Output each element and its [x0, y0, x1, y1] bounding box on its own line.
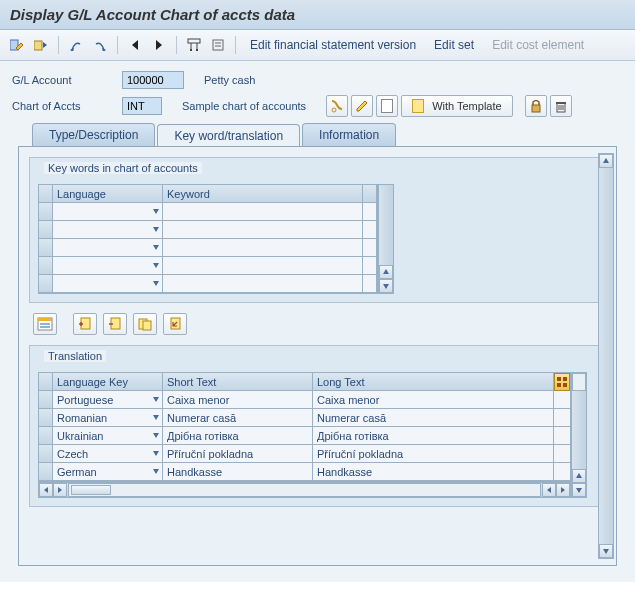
chevron-down-icon[interactable] [152, 243, 160, 251]
tool-icon-2[interactable] [207, 34, 229, 56]
tab-keyword-translation[interactable]: Key word/translation [157, 124, 300, 147]
table-row[interactable] [39, 275, 377, 293]
translation-group: Translation Language Key Short Text Long… [29, 345, 606, 507]
gl-account-label: G/L Account [12, 74, 122, 86]
keywords-scroll[interactable] [378, 184, 394, 294]
scroll-thumb[interactable] [71, 485, 111, 495]
svg-rect-7 [213, 40, 223, 50]
col-short-text[interactable]: Short Text [163, 373, 313, 391]
scroll-left-icon[interactable] [542, 483, 556, 497]
chevron-down-icon[interactable] [152, 395, 160, 403]
translation-vscroll[interactable] [571, 372, 587, 498]
chevron-down-icon[interactable] [152, 207, 160, 215]
svg-rect-24 [143, 321, 151, 330]
cell-long-text[interactable]: Дрібна готівка [313, 427, 554, 445]
gl-account-desc: Petty cash [204, 74, 255, 86]
edit-button[interactable] [351, 95, 373, 117]
scroll-down-icon[interactable] [572, 483, 586, 497]
prev-page-icon[interactable] [65, 34, 87, 56]
chevron-down-icon[interactable] [152, 261, 160, 269]
with-template-button[interactable]: With Template [401, 95, 513, 117]
cell-language[interactable]: Czech [53, 445, 163, 463]
svg-rect-5 [190, 49, 192, 51]
cell-language[interactable]: Ukrainian [53, 427, 163, 445]
create-button[interactable] [376, 95, 398, 117]
cell-long-text[interactable]: Numerar casă [313, 409, 554, 427]
config-columns-icon[interactable] [554, 373, 570, 391]
display-change-icon[interactable] [6, 34, 28, 56]
copy-icon-1[interactable] [73, 313, 97, 335]
tab-information[interactable]: Information [302, 123, 396, 146]
svg-rect-27 [563, 377, 567, 381]
chevron-down-icon[interactable] [152, 467, 160, 475]
cell-short-text[interactable]: Příruční pokladna [163, 445, 313, 463]
coa-label: Chart of Accts [12, 100, 122, 112]
gl-account-input[interactable] [122, 71, 184, 89]
entry-list-icon[interactable] [33, 313, 57, 335]
check-button[interactable] [326, 95, 348, 117]
next-page-icon[interactable] [89, 34, 111, 56]
keywords-group-title: Key words in chart of accounts [44, 162, 202, 174]
col-language[interactable]: Language [53, 185, 163, 203]
table-row[interactable]: GermanHandkasseHandkasse [39, 463, 570, 481]
lock-button[interactable] [525, 95, 547, 117]
edit-cost-link: Edit cost element [484, 36, 592, 54]
scroll-down-icon[interactable] [379, 279, 393, 293]
table-row[interactable] [39, 239, 377, 257]
cell-short-text[interactable]: Дрібна готівка [163, 427, 313, 445]
other-object-icon[interactable] [30, 34, 52, 56]
edit-fsv-link[interactable]: Edit financial statement version [242, 36, 424, 54]
main-toolbar: Edit financial statement version Edit se… [0, 30, 635, 61]
coa-desc: Sample chart of accounts [182, 100, 306, 112]
table-row[interactable]: CzechPříruční pokladnaPříruční pokladna [39, 445, 570, 463]
cell-language[interactable]: Romanian [53, 409, 163, 427]
col-language-key[interactable]: Language Key [53, 373, 163, 391]
chevron-down-icon[interactable] [152, 279, 160, 287]
arrow-right-icon[interactable] [148, 34, 170, 56]
coa-input[interactable] [122, 97, 162, 115]
outer-scroll[interactable] [598, 153, 614, 559]
col-long-text[interactable]: Long Text [313, 373, 554, 391]
chevron-down-icon[interactable] [152, 413, 160, 421]
cell-long-text[interactable]: Caixa menor [313, 391, 554, 409]
cell-short-text[interactable]: Handkasse [163, 463, 313, 481]
cell-long-text[interactable]: Handkasse [313, 463, 554, 481]
delete-button[interactable] [550, 95, 572, 117]
scroll-up-icon[interactable] [379, 265, 393, 279]
table-row[interactable]: RomanianNumerar casăNumerar casă [39, 409, 570, 427]
table-row[interactable]: UkrainianДрібна готівкаДрібна готівка [39, 427, 570, 445]
scroll-top-spacer [572, 373, 586, 391]
edit-set-link[interactable]: Edit set [426, 36, 482, 54]
scroll-up-icon[interactable] [599, 154, 613, 168]
cell-language[interactable]: German [53, 463, 163, 481]
tool-icon-1[interactable] [183, 34, 205, 56]
scroll-track[interactable] [68, 483, 541, 497]
arrow-left-icon[interactable] [124, 34, 146, 56]
scroll-right-icon[interactable] [53, 483, 67, 497]
table-row[interactable]: PortugueseCaixa menorCaixa menor [39, 391, 570, 409]
translation-hscroll[interactable] [38, 482, 571, 498]
svg-rect-11 [532, 105, 540, 112]
cell-long-text[interactable]: Příruční pokladna [313, 445, 554, 463]
cell-short-text[interactable]: Numerar casă [163, 409, 313, 427]
copy-icon-2[interactable] [103, 313, 127, 335]
scroll-up-icon[interactable] [572, 469, 586, 483]
keywords-table: Language Keyword [38, 184, 378, 294]
scroll-left-icon[interactable] [39, 483, 53, 497]
cell-language[interactable]: Portuguese [53, 391, 163, 409]
scroll-down-icon[interactable] [599, 544, 613, 558]
table-row[interactable] [39, 221, 377, 239]
copy-icon-3[interactable] [133, 313, 157, 335]
chevron-down-icon[interactable] [152, 225, 160, 233]
tab-body: Key words in chart of accounts Language … [18, 146, 617, 566]
chevron-down-icon[interactable] [152, 431, 160, 439]
table-row[interactable] [39, 203, 377, 221]
scroll-right-icon[interactable] [556, 483, 570, 497]
svg-rect-26 [557, 377, 561, 381]
table-row[interactable] [39, 257, 377, 275]
col-keyword[interactable]: Keyword [163, 185, 363, 203]
tab-type-description[interactable]: Type/Description [32, 123, 155, 146]
copy-icon-4[interactable] [163, 313, 187, 335]
chevron-down-icon[interactable] [152, 449, 160, 457]
cell-short-text[interactable]: Caixa menor [163, 391, 313, 409]
